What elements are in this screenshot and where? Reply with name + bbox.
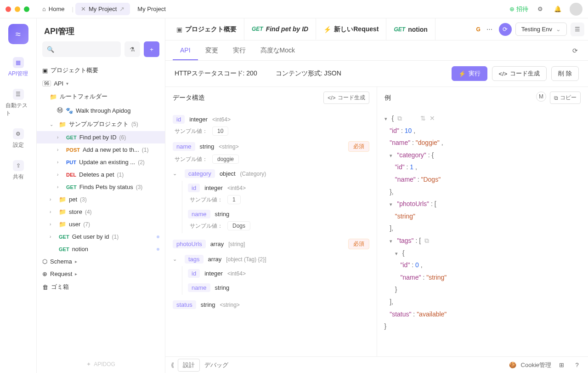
copy-icon[interactable]: ⧉: [397, 115, 402, 122]
tree-endpoint[interactable]: GET notion: [37, 243, 165, 255]
count: (5): [131, 121, 138, 127]
chevron-right-icon: ›: [57, 172, 63, 177]
tab-title: notion: [408, 26, 428, 33]
bell-icon[interactable]: 🔔: [552, 4, 563, 15]
tree-sample-project[interactable]: ⌄ 📁 サンプルプロジェクト (5): [37, 117, 165, 131]
debug-tab[interactable]: デバッグ: [200, 359, 233, 371]
close-icon[interactable]: ✕: [81, 6, 86, 12]
mock-badge[interactable]: M: [536, 92, 546, 102]
tree-walk[interactable]: Ⓜ 🐾 Walk through Apidog: [37, 103, 165, 117]
tree-folder[interactable]: › 📁 store (4): [37, 206, 165, 218]
collapse-icon[interactable]: ▾: [390, 151, 395, 161]
sync-button[interactable]: ⟳: [499, 23, 512, 36]
tree-endpoint[interactable]: › DEL Deletes a pet (1): [37, 168, 165, 181]
env-select[interactable]: Testing Env ⌄: [515, 23, 567, 36]
chevron-down-icon[interactable]: ⌄: [173, 171, 180, 177]
subtab[interactable]: 実行: [226, 40, 253, 60]
count: (7): [83, 221, 90, 228]
tree-endpoint[interactable]: › GET Find pet by ID (6): [37, 131, 165, 143]
rail-settings[interactable]: ⚙ 設定: [4, 125, 33, 153]
collapse-icon[interactable]: ▾: [395, 249, 401, 258]
copy-label: コピー: [560, 94, 577, 102]
close-window-icon[interactable]: [6, 6, 11, 12]
tree-folder[interactable]: › 📁 pet (3): [37, 193, 165, 206]
subtab[interactable]: 変更: [198, 40, 226, 60]
field-subtype: [object (Tag) {2}]: [226, 256, 266, 263]
sort-icon[interactable]: ⇅: [420, 115, 426, 122]
tree-folder[interactable]: › 📁 user (7): [37, 218, 165, 230]
field-type: string: [200, 143, 215, 150]
tree-endpoint[interactable]: › GET Finds Pets by status (3): [37, 181, 165, 193]
collapse-all-icon[interactable]: ✕: [430, 115, 435, 122]
collapse-icon[interactable]: ▾: [390, 236, 395, 246]
tree-trash[interactable]: 🗑 ゴミ箱: [37, 280, 165, 294]
add-button[interactable]: +: [144, 41, 159, 57]
plus-icon: +: [150, 46, 153, 53]
json-value: 10: [405, 127, 412, 134]
copy-icon[interactable]: ⧉: [424, 237, 429, 244]
tree-request[interactable]: ⊕ Request ▸: [37, 268, 165, 280]
run-button[interactable]: ⚡ 実行: [452, 66, 487, 81]
collapse-icon[interactable]: ▾: [390, 200, 395, 209]
more-icon[interactable]: ⋯: [484, 24, 495, 35]
collapse-panel-icon[interactable]: ⟪: [171, 362, 174, 368]
clock-icon[interactable]: ⟳: [570, 45, 581, 56]
gear-icon[interactable]: ⚙: [535, 4, 546, 15]
required-badge: 必須: [348, 239, 369, 249]
method-badge: GET: [59, 247, 69, 252]
home-tab[interactable]: ⌂ Home: [37, 3, 70, 15]
delete-button[interactable]: 削 除: [551, 66, 579, 81]
window-controls: [6, 6, 29, 12]
filter-button[interactable]: ⚗: [124, 41, 140, 57]
invite-button[interactable]: ⊕ 招待: [509, 5, 528, 13]
count: (4): [85, 209, 92, 215]
sample-value: 10: [212, 126, 228, 136]
tree-schema[interactable]: ⬡ Schema ▸: [37, 255, 165, 268]
tree-label: Request: [50, 270, 72, 277]
cookie-icon: 🍪: [509, 362, 516, 368]
tree-endpoint[interactable]: › POST Add a new pet to th... (1): [37, 143, 165, 156]
copy-icon: ⧉: [554, 95, 558, 101]
subtab[interactable]: API: [173, 40, 198, 60]
content-tab[interactable]: GETFind pet by ID: [244, 18, 316, 40]
schema-icon: ⬡: [42, 258, 47, 265]
copy-button[interactable]: ⧉ コピー: [550, 92, 581, 104]
field-type: string: [201, 301, 215, 308]
rail-api[interactable]: ▦ API管理: [4, 53, 33, 81]
content-tab[interactable]: GETnotion: [386, 18, 435, 40]
chevron-right-icon: ›: [57, 135, 63, 140]
cookie-label[interactable]: Cookie管理: [521, 361, 551, 369]
tree-root-folder[interactable]: 📁 ルートフォルダー: [37, 90, 165, 103]
field-name: id: [188, 269, 200, 278]
count: (2): [138, 159, 145, 166]
chevron-down-icon[interactable]: ⌄: [173, 256, 180, 262]
project-tab-active[interactable]: ✕ My Project ↗: [75, 3, 130, 15]
tree-endpoint[interactable]: › GET Get user by id (1): [37, 230, 165, 243]
content-tab[interactable]: ▣プロジェクト概要: [169, 18, 244, 40]
plugin-icon[interactable]: ⊞: [556, 360, 567, 371]
maximize-window-icon[interactable]: [24, 6, 29, 12]
content-tabs: ▣プロジェクト概要GETFind pet by ID⚡新しいRequestGET…: [165, 18, 588, 40]
rail-autotest[interactable]: ☰ 自動テスト: [4, 85, 33, 121]
tree-endpoint[interactable]: › PUT Update an existing ... (2): [37, 156, 165, 168]
codegen-button[interactable]: </> コード生成: [492, 66, 547, 81]
panel-codegen-button[interactable]: </> コード生成: [323, 92, 369, 104]
tree-api-root[interactable]: 96 API ▾: [37, 77, 165, 90]
project-tab[interactable]: My Project: [132, 3, 171, 15]
ctab-actions: G ⋯ ⟳ Testing Env ⌄ ☰: [476, 23, 584, 36]
rail-share[interactable]: ⇪ 共有: [4, 156, 33, 184]
play-icon: ⚡: [458, 70, 466, 77]
tree-overview[interactable]: ▣ プロジェクト概要: [37, 63, 165, 77]
collapse-icon[interactable]: ▾: [384, 114, 390, 124]
folder-icon: 📁: [59, 221, 66, 228]
folder-name: store: [69, 208, 82, 215]
design-tab[interactable]: 設計: [178, 359, 200, 372]
content-tab[interactable]: ⚡新しいRequest: [316, 18, 386, 40]
menu-button[interactable]: ☰: [571, 23, 584, 36]
search-input[interactable]: 🔍: [42, 41, 121, 57]
help-icon[interactable]: ?: [571, 360, 582, 371]
avatar[interactable]: [570, 3, 582, 16]
minimize-window-icon[interactable]: [15, 6, 20, 12]
app-logo[interactable]: ≈: [8, 24, 28, 44]
subtab[interactable]: 高度なMock: [253, 40, 302, 60]
